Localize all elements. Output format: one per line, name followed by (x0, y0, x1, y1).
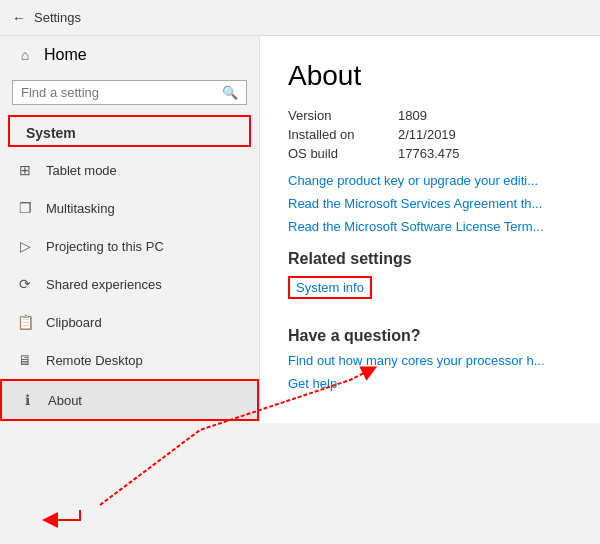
search-box[interactable]: 🔍 (12, 80, 247, 105)
shared-experiences-icon: ⟳ (16, 275, 34, 293)
processor-cores-link[interactable]: Find out how many cores your processor h… (288, 353, 572, 368)
sidebar-item-label: Multitasking (46, 201, 115, 216)
related-settings-title: Related settings (288, 250, 572, 268)
about-icon: ℹ (18, 391, 36, 409)
sidebar-item-label: Clipboard (46, 315, 102, 330)
microsoft-services-link[interactable]: Read the Microsoft Services Agreement th… (288, 196, 572, 211)
info-row-osbuild: OS build 17763.475 (288, 146, 572, 161)
system-section-header: System (8, 115, 251, 147)
sidebar-item-label: About (48, 393, 82, 408)
sidebar-item-label: Projecting to this PC (46, 239, 164, 254)
back-button[interactable]: ← (12, 10, 26, 26)
osbuild-value: 17763.475 (398, 146, 459, 161)
sidebar: ⌂ Home 🔍 System ⊞ Tablet mode ❐ Multitas… (0, 36, 260, 423)
installed-label: Installed on (288, 127, 378, 142)
sidebar-item-projecting[interactable]: ▷ Projecting to this PC (0, 227, 259, 265)
sidebar-item-remote-desktop[interactable]: 🖥 Remote Desktop (0, 341, 259, 379)
sidebar-item-shared-experiences[interactable]: ⟳ Shared experiences (0, 265, 259, 303)
sidebar-item-label: Shared experiences (46, 277, 162, 292)
info-row-installed: Installed on 2/11/2019 (288, 127, 572, 142)
clipboard-icon: 📋 (16, 313, 34, 331)
home-label: Home (44, 46, 87, 64)
installed-value: 2/11/2019 (398, 127, 456, 142)
window-title: Settings (34, 10, 81, 25)
page-title: About (288, 60, 572, 92)
version-value: 1809 (398, 108, 427, 123)
search-input[interactable] (21, 85, 222, 100)
info-table: Version 1809 Installed on 2/11/2019 OS b… (288, 108, 572, 161)
sidebar-item-clipboard[interactable]: 📋 Clipboard (0, 303, 259, 341)
system-info-link[interactable]: System info (288, 276, 372, 299)
sidebar-item-label: Remote Desktop (46, 353, 143, 368)
info-row-version: Version 1809 (288, 108, 572, 123)
sidebar-item-about[interactable]: ℹ About (0, 379, 259, 421)
content-area: About Version 1809 Installed on 2/11/201… (260, 36, 600, 423)
title-bar: ← Settings (0, 0, 600, 36)
osbuild-label: OS build (288, 146, 378, 161)
sidebar-item-home[interactable]: ⌂ Home (0, 36, 259, 74)
have-question-title: Have a question? (288, 327, 572, 345)
microsoft-software-license-link[interactable]: Read the Microsoft Software License Term… (288, 219, 572, 234)
multitasking-icon: ❐ (16, 199, 34, 217)
sidebar-item-tablet-mode[interactable]: ⊞ Tablet mode (0, 151, 259, 189)
search-icon: 🔍 (222, 85, 238, 100)
projecting-icon: ▷ (16, 237, 34, 255)
remote-desktop-icon: 🖥 (16, 351, 34, 369)
get-help-link[interactable]: Get help (288, 376, 572, 391)
home-icon: ⌂ (16, 46, 34, 64)
tablet-mode-icon: ⊞ (16, 161, 34, 179)
sidebar-item-multitasking[interactable]: ❐ Multitasking (0, 189, 259, 227)
main-layout: ⌂ Home 🔍 System ⊞ Tablet mode ❐ Multitas… (0, 36, 600, 423)
sidebar-item-label: Tablet mode (46, 163, 117, 178)
change-product-key-link[interactable]: Change product key or upgrade your editi… (288, 173, 572, 188)
version-label: Version (288, 108, 378, 123)
